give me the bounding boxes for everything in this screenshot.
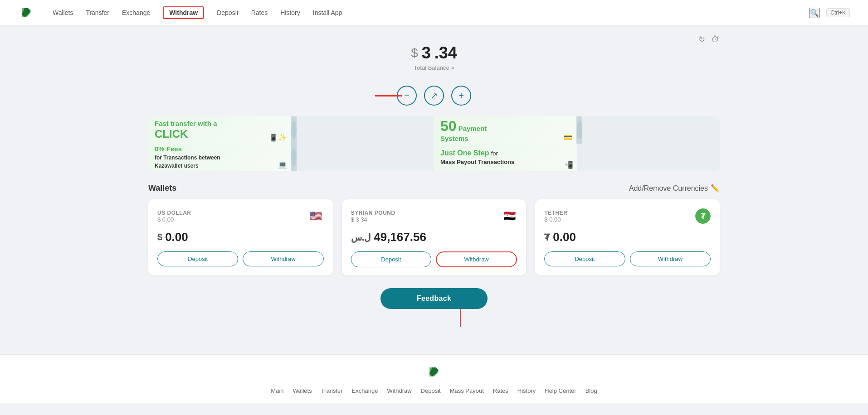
feedback-section: Feedback <box>148 288 720 309</box>
promo-card-4[interactable]: Just One Step for Mass Payout Transactio… <box>434 144 577 171</box>
wallet-bal-usd: 0.00 <box>165 230 188 244</box>
wallet-sym-usd: $ <box>157 232 162 242</box>
main-header: Wallets Transfer Exchange Withdraw Depos… <box>0 0 868 25</box>
wallet-cards: US DOLLAR $ 0.00 🇺🇸 $ 0.00 Deposit Withd… <box>148 199 720 275</box>
add-remove-label: Add/Remove Currencies <box>629 184 708 193</box>
header-right: 🔍 Ctrl+K <box>809 8 850 18</box>
footer-link-wallets[interactable]: Wallets <box>293 387 312 394</box>
footer-link-main[interactable]: Main <box>271 387 283 394</box>
balance-decimal: .34 <box>434 43 457 63</box>
wallet-sym-syp: ل.س <box>351 232 371 243</box>
red-line-left <box>375 95 402 97</box>
footer-link-exchange[interactable]: Exchange <box>352 387 378 394</box>
wallet-card-top-tether: TETHER $ 0.00 ₮ <box>544 208 711 224</box>
wallet-card-top-syp: SYRIAN POUND $ 3.34 🇸🇾 <box>351 208 517 224</box>
deposit-action-btn[interactable]: + <box>451 86 471 106</box>
nav-install-app[interactable]: Install App <box>313 9 342 16</box>
deposit-btn-tether[interactable]: Deposit <box>544 251 625 266</box>
history-icon[interactable]: ⏱ <box>712 34 720 44</box>
red-line-right <box>460 309 461 327</box>
nav-exchange[interactable]: Exchange <box>122 9 150 16</box>
footer-link-blog[interactable]: Blog <box>585 387 597 394</box>
wallet-bal-tether: 0.00 <box>553 230 576 244</box>
wallets-header: Wallets Add/Remove Currencies ✏️ <box>148 183 720 193</box>
footer-link-history[interactable]: History <box>517 387 536 394</box>
wallet-name-tether: TETHER <box>544 210 567 216</box>
footer-link-deposit[interactable]: Deposit <box>421 387 441 394</box>
wallet-card-syp: SYRIAN POUND $ 3.34 🇸🇾 ل.س 49,167.56 Dep… <box>342 199 527 275</box>
deposit-btn-syp[interactable]: Deposit <box>351 251 431 267</box>
footer: Main Wallets Transfer Exchange Withdraw … <box>0 354 868 403</box>
promo-illus-3: 💻 <box>278 160 287 169</box>
balance-dollar-sign: $ <box>411 46 418 60</box>
refresh-icon[interactable]: ↻ <box>698 34 705 44</box>
wallet-name-syp: SYRIAN POUND <box>351 210 395 216</box>
main-content: ↻ ⏱ $ 3.34 Total Balance ≈ − ↗ + Fast tr… <box>139 25 729 327</box>
balance-label: Total Balance ≈ <box>148 64 720 71</box>
footer-link-withdraw[interactable]: Withdraw <box>387 387 411 394</box>
wallet-usd-usd: $ 0.00 <box>157 216 191 223</box>
wallet-actions-usd: Deposit Withdraw <box>157 251 324 266</box>
action-buttons: − ↗ + <box>148 86 720 106</box>
footer-link-transfer[interactable]: Transfer <box>321 387 343 394</box>
balance-amount: $ 3.34 <box>148 43 720 63</box>
wallet-info-tether: TETHER $ 0.00 <box>544 210 567 223</box>
feedback-button[interactable]: Feedback <box>380 288 488 309</box>
wallet-card-tether: TETHER $ 0.00 ₮ ₮ 0.00 Deposit Withdraw <box>535 199 720 275</box>
promo-title-3: 0% Fees for Transactions betweenKazawall… <box>155 145 284 169</box>
wallet-actions-tether: Deposit Withdraw <box>544 251 711 266</box>
nav-history[interactable]: History <box>280 9 300 16</box>
wallet-card-top-usd: US DOLLAR $ 0.00 🇺🇸 <box>157 208 324 224</box>
promo-card-2[interactable]: 50 PaymentSystems 💳 <box>434 116 577 144</box>
balance-integer: 3 <box>422 43 431 63</box>
withdraw-btn-tether[interactable]: Withdraw <box>630 251 711 266</box>
top-right-icons: ↻ ⏱ <box>698 34 720 44</box>
search-icon[interactable]: 🔍 <box>809 8 820 18</box>
promo-title-2: 50 PaymentSystems <box>440 117 570 143</box>
wallets-title: Wallets <box>148 183 176 193</box>
balance-section: ↻ ⏱ $ 3.34 Total Balance ≈ <box>148 34 720 78</box>
promo-card-3[interactable]: 0% Fees for Transactions betweenKazawall… <box>148 144 291 171</box>
promo-sep-1 <box>291 116 297 144</box>
nav-withdraw[interactable]: Withdraw <box>163 6 204 19</box>
wallet-balance-syp: ل.س 49,167.56 <box>351 230 517 244</box>
footer-link-rates[interactable]: Rates <box>493 387 508 394</box>
wallet-flag-usd: 🇺🇸 <box>308 208 324 224</box>
wallet-usd-syp: $ 3.34 <box>351 216 395 223</box>
wallet-card-usd: US DOLLAR $ 0.00 🇺🇸 $ 0.00 Deposit Withd… <box>148 199 333 275</box>
main-nav: Wallets Transfer Exchange Withdraw Depos… <box>53 6 809 19</box>
promo-illus-2: 💳 <box>564 133 573 142</box>
wallet-info-usd: US DOLLAR $ 0.00 <box>157 210 191 223</box>
nav-transfer[interactable]: Transfer <box>86 9 109 16</box>
promo-illus-1: 📱✨ <box>269 133 287 142</box>
footer-link-help[interactable]: Help Center <box>545 387 576 394</box>
wallet-flag-tether: ₮ <box>695 208 711 224</box>
add-remove-currencies-btn[interactable]: Add/Remove Currencies ✏️ <box>629 184 720 193</box>
deposit-btn-usd[interactable]: Deposit <box>157 251 238 266</box>
promo-title-4: Just One Step for Mass Payout Transactio… <box>440 149 571 165</box>
wallet-info-syp: SYRIAN POUND $ 3.34 <box>351 210 395 223</box>
withdraw-btn-syp[interactable]: Withdraw <box>436 251 517 267</box>
nav-wallets[interactable]: Wallets <box>53 9 73 16</box>
promo-sep-2 <box>577 116 582 144</box>
promo-card-1[interactable]: Fast transfer with a CLICK 📱✨ <box>148 116 291 144</box>
withdraw-btn-usd[interactable]: Withdraw <box>243 251 323 266</box>
promo-title-1: Fast transfer with a CLICK <box>155 120 284 141</box>
footer-logo[interactable] <box>18 364 850 382</box>
wallet-balance-tether: ₮ 0.00 <box>544 230 711 244</box>
wallet-actions-syp: Deposit Withdraw <box>351 251 517 267</box>
footer-link-mass-payout[interactable]: Mass Payout <box>450 387 484 394</box>
nav-rates[interactable]: Rates <box>251 9 268 16</box>
wallet-name-usd: US DOLLAR <box>157 210 191 216</box>
nav-deposit[interactable]: Deposit <box>217 9 238 16</box>
wallet-balance-usd: $ 0.00 <box>157 230 324 244</box>
footer-links: Main Wallets Transfer Exchange Withdraw … <box>18 387 850 394</box>
transfer-action-btn[interactable]: ↗ <box>424 86 444 106</box>
promo-illus-4: 📲 <box>564 160 573 169</box>
keyboard-shortcut: Ctrl+K <box>826 8 850 17</box>
logo[interactable] <box>18 5 34 21</box>
promo-banners: Fast transfer with a CLICK 📱✨ 50 Payment… <box>148 116 720 171</box>
wallet-bal-syp: 49,167.56 <box>374 230 426 244</box>
wallet-flag-syp: 🇸🇾 <box>502 208 517 224</box>
edit-icon: ✏️ <box>711 184 720 193</box>
